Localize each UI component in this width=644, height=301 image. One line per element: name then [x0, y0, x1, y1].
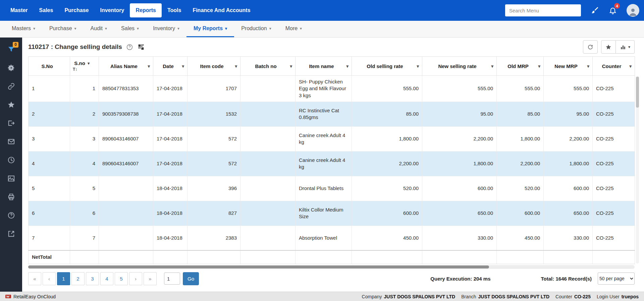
- column-filter-caret-icon[interactable]: ▾: [182, 64, 184, 69]
- subnav-item-masters[interactable]: Masters ▾: [5, 21, 42, 37]
- subnav-item-sales[interactable]: Sales ▾: [114, 21, 146, 37]
- cell: 2,200.00: [497, 151, 544, 176]
- column-header-sno[interactable]: S.No: [29, 57, 70, 76]
- user-avatar[interactable]: [627, 4, 639, 17]
- filter-icon[interactable]: 0: [0, 40, 22, 59]
- menu-item-finance-accounts[interactable]: Finance And Accounts: [187, 0, 256, 21]
- cell: 650.00: [544, 201, 593, 226]
- per-page-select[interactable]: 50 per page: [598, 273, 635, 285]
- column-header-counter[interactable]: Counter▾: [593, 57, 635, 76]
- menu-item-sales[interactable]: Sales: [34, 0, 59, 21]
- column-filter-caret-icon[interactable]: ▾: [290, 64, 292, 69]
- send-icon[interactable]: [0, 114, 22, 132]
- page-button-4[interactable]: 4: [100, 272, 113, 285]
- cell: 17-04-2018: [153, 76, 187, 102]
- page-button-1[interactable]: 1: [57, 272, 70, 285]
- cell: 2,200.00: [422, 126, 497, 151]
- column-filter-caret-icon[interactable]: ▾: [148, 64, 150, 69]
- page-button-5[interactable]: 5: [115, 272, 128, 285]
- column-header-alias-name[interactable]: Alias Name▾: [99, 57, 153, 76]
- column-header-batch-no[interactable]: Batch no▾: [240, 57, 296, 76]
- brush-icon[interactable]: [590, 6, 599, 15]
- star-icon[interactable]: [0, 96, 22, 114]
- cell: 555.00: [422, 76, 497, 102]
- subnav-item-purchase[interactable]: Purchase ▾: [42, 21, 84, 37]
- menu-item-inventory[interactable]: Inventory: [94, 0, 130, 21]
- table-row: 4 4 8906043146007 17-04-2018 572 Canine …: [29, 151, 635, 176]
- vertical-scrollbar-thumb[interactable]: [636, 77, 639, 108]
- help-icon[interactable]: [0, 206, 22, 225]
- column-filter-caret-icon[interactable]: ▾: [491, 64, 493, 69]
- open-window-icon[interactable]: [0, 225, 22, 243]
- notifications-bell-icon[interactable]: 4: [608, 6, 617, 15]
- column-header-item-code[interactable]: Item code▾: [187, 57, 240, 76]
- column-header-item-name[interactable]: Item name▾: [296, 57, 352, 76]
- cell: 8850477831353: [99, 76, 153, 102]
- chevron-down-icon: ▾: [269, 26, 271, 31]
- cell: 450.00: [352, 226, 422, 250]
- page-button-2[interactable]: 2: [71, 272, 85, 285]
- column-filter-caret-icon[interactable]: ▾: [629, 64, 632, 69]
- cell: 572: [187, 151, 240, 176]
- clock-icon[interactable]: [0, 151, 22, 169]
- go-button[interactable]: Go: [183, 272, 199, 285]
- subnav-item-inventory[interactable]: Inventory ▾: [146, 21, 186, 37]
- settings-gear-icon[interactable]: [0, 59, 22, 77]
- last-page-button[interactable]: »: [144, 272, 157, 285]
- page-button-3[interactable]: 3: [86, 272, 99, 285]
- column-filter-caret-icon[interactable]: ▾: [417, 64, 419, 69]
- chart-dropdown-button[interactable]: ▾: [616, 40, 635, 54]
- cell: 18-04-2018: [153, 201, 187, 226]
- first-page-button[interactable]: «: [28, 272, 41, 285]
- cell: 95.00: [544, 102, 593, 126]
- image-icon[interactable]: [0, 169, 22, 188]
- printer-icon[interactable]: [0, 188, 22, 206]
- favorite-star-button[interactable]: [601, 40, 616, 54]
- cell: 555.00: [497, 76, 544, 102]
- column-header-new-mrp[interactable]: New MRP▾: [544, 57, 593, 76]
- subnav-item-production[interactable]: Production ▾: [234, 21, 278, 37]
- next-page-button[interactable]: ›: [129, 272, 142, 285]
- cell: 450.00: [497, 226, 544, 250]
- subnav-item-more[interactable]: More ▾: [278, 21, 309, 37]
- column-filter-caret-icon[interactable]: ▾: [538, 64, 540, 69]
- cell: 2,200.00: [544, 126, 593, 151]
- login-user-value: truepos: [622, 294, 639, 299]
- menu-item-reports[interactable]: Reports: [130, 3, 161, 17]
- horizontal-scrollbar-thumb[interactable]: [28, 265, 489, 268]
- cell: 827: [187, 201, 240, 226]
- sort-caret-icon[interactable]: ▼: [87, 61, 91, 65]
- chevron-down-icon: ▾: [137, 26, 139, 31]
- cell: 1,800.00: [497, 126, 544, 151]
- search-input[interactable]: [505, 4, 581, 16]
- login-user-label: Login User: [597, 294, 620, 299]
- sidebar: 0: [0, 38, 22, 292]
- help-circle-icon[interactable]: [126, 43, 133, 51]
- menu-item-tools[interactable]: Tools: [162, 0, 187, 21]
- dashboard-grid-icon[interactable]: [138, 43, 145, 51]
- refresh-button[interactable]: [583, 40, 598, 54]
- subnav-item-audit[interactable]: Audit ▾: [84, 21, 114, 37]
- column-filter-caret-icon[interactable]: ▾: [346, 64, 348, 69]
- column-header-new-selling-rate[interactable]: New selling rate▾: [422, 57, 497, 76]
- cell: Drontal Plus Tablets: [296, 176, 352, 201]
- goto-page-input[interactable]: [164, 273, 180, 285]
- column-header-date[interactable]: Date▾: [153, 57, 187, 76]
- prev-page-button[interactable]: ‹: [43, 272, 56, 285]
- column-header-sno-sort[interactable]: S.no▼ T↕: [70, 57, 99, 76]
- mail-icon[interactable]: [0, 132, 22, 151]
- sort-indicator[interactable]: T↕: [73, 67, 92, 72]
- menu-item-master[interactable]: Master: [5, 0, 34, 21]
- column-header-old-selling-rate[interactable]: Old selling rate▾: [352, 57, 422, 76]
- column-filter-caret-icon[interactable]: ▾: [235, 64, 237, 69]
- menu-item-purchase[interactable]: Purchase: [59, 0, 94, 21]
- subnav-item-my-reports[interactable]: My Reports ▾: [186, 21, 234, 37]
- cell: 85.00: [497, 102, 544, 126]
- column-header-old-mrp[interactable]: Old MRP▾: [497, 57, 544, 76]
- cell: [240, 76, 296, 102]
- cell: 600.00: [352, 201, 422, 226]
- column-filter-caret-icon[interactable]: ▾: [587, 64, 589, 69]
- link-icon[interactable]: [0, 77, 22, 96]
- cell: 572: [187, 126, 240, 151]
- cell: Canine creek Adult 4 kg: [296, 126, 352, 151]
